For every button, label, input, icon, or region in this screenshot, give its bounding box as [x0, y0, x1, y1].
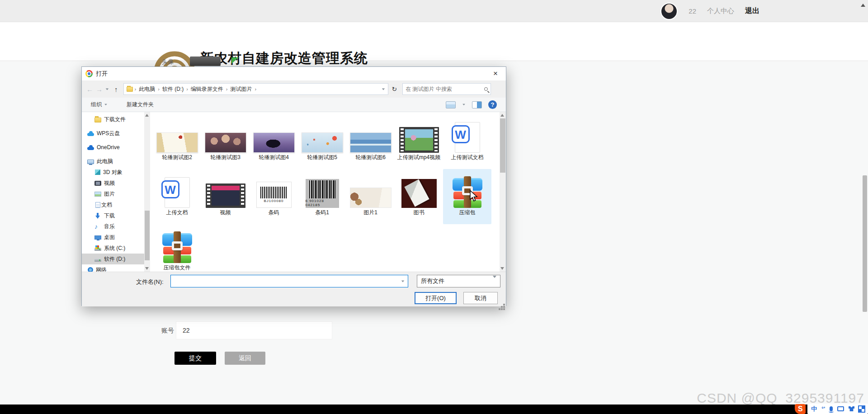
breadcrumb-drive-d[interactable]: 软件 (D:): [161, 85, 184, 93]
breadcrumb[interactable]: › 此电脑 › 软件 (D:) › 编辑录屏文件 › 测试图片 ›: [123, 83, 388, 95]
page-scroll-up-icon[interactable]: [861, 4, 865, 7]
sidebar-item-desktop[interactable]: 桌面: [82, 232, 144, 243]
sidebar-item-pictures[interactable]: 图片: [82, 188, 144, 199]
file-grid-scrollbar[interactable]: [500, 112, 506, 272]
filename-dropdown-icon[interactable]: [398, 280, 408, 282]
filetype-select[interactable]: 所有文件: [417, 275, 500, 287]
resize-grip[interactable]: [503, 304, 505, 306]
breadcrumb-current[interactable]: 测试图片: [230, 85, 253, 93]
page-scrollbar-thumb[interactable]: [863, 175, 867, 312]
network-icon: [88, 267, 93, 272]
file-item[interactable]: W上传文档: [153, 169, 201, 224]
nav-forward-icon[interactable]: →: [96, 85, 103, 93]
sidebar-item-this-pc[interactable]: 此电脑: [82, 156, 144, 167]
search-box[interactable]: [402, 83, 491, 95]
winrar-archive-icon: [161, 231, 193, 263]
file-item[interactable]: BJ100080条码: [250, 169, 298, 224]
dialog-titlebar[interactable]: 打开 ×: [82, 67, 506, 80]
sidebar-scrollbar[interactable]: [144, 112, 150, 272]
sidebar-item-drive-c[interactable]: 系统 (C:): [82, 243, 144, 254]
file-item[interactable]: 压缩包文件: [153, 224, 201, 272]
image-thumbnail: [302, 132, 343, 153]
dialog-navbar: ← → ↑ › 此电脑 › 软件 (D:) › 编辑录屏文件 › 测试图片 › …: [82, 80, 506, 98]
breadcrumb-sep: ›: [226, 86, 228, 92]
scroll-up-icon[interactable]: [500, 114, 504, 117]
sidebar-item-drive-d[interactable]: 软件 (D:): [82, 254, 144, 264]
scroll-up-icon[interactable]: [145, 114, 149, 117]
breadcrumb-folder[interactable]: 编辑录屏文件: [190, 85, 224, 93]
file-item-selected[interactable]: 压缩包: [443, 169, 491, 224]
profile-link[interactable]: 个人中心: [707, 7, 734, 15]
preview-pane-icon[interactable]: [472, 101, 482, 108]
file-item[interactable]: 图书: [395, 169, 443, 224]
filename-input[interactable]: [171, 275, 398, 287]
file-item[interactable]: 轮播测试图5: [298, 114, 346, 169]
breadcrumb-dropdown-icon[interactable]: [382, 88, 384, 90]
sidebar-item-videos[interactable]: 视频: [82, 178, 144, 188]
nav-back-icon[interactable]: ←: [86, 85, 93, 93]
ime-lang-icon[interactable]: 中: [811, 405, 817, 413]
keyboard-icon[interactable]: [837, 406, 844, 411]
cancel-button[interactable]: 取消: [463, 292, 498, 304]
sidebar-item-documents[interactable]: 文档: [82, 199, 144, 210]
sidebar-item-onedrive[interactable]: OneDrive: [82, 142, 144, 153]
new-folder-button[interactable]: 新建文件夹: [127, 101, 154, 108]
scroll-down-icon[interactable]: [500, 267, 504, 270]
file-item[interactable]: 视频: [201, 169, 250, 224]
username: 22: [689, 7, 696, 15]
file-item[interactable]: 轮播测试图2: [153, 114, 201, 169]
nav-up-icon[interactable]: ↑: [114, 85, 118, 93]
view-mode-icon[interactable]: [446, 101, 456, 108]
sidebar-item-network[interactable]: 网络: [82, 264, 144, 272]
sidebar-label: 文档: [101, 201, 112, 209]
logout-link[interactable]: 退出: [745, 6, 760, 16]
folder-icon: [127, 87, 133, 92]
sidebar-label: 音乐: [104, 223, 115, 231]
sogou-logo-icon[interactable]: S: [795, 404, 806, 414]
barcode-number: 6 901028 042185: [306, 199, 339, 207]
ime-punctuation-icon[interactable]: °': [821, 406, 825, 412]
sidebar-item-downloads[interactable]: 下载: [82, 210, 144, 221]
computer-icon: [87, 160, 94, 164]
file-name: 轮播测试图6: [355, 154, 386, 160]
open-button[interactable]: 打开(O): [415, 292, 457, 304]
file-name: 轮播测试图5: [307, 154, 337, 160]
account-input[interactable]: [176, 321, 332, 339]
search-input[interactable]: [406, 86, 484, 92]
submit-button[interactable]: 提交: [175, 352, 216, 365]
sidebar-item-music[interactable]: 音乐: [82, 221, 144, 232]
file-item[interactable]: 轮播测试图3: [201, 114, 250, 169]
view-mode-dropdown-icon[interactable]: [462, 104, 465, 106]
file-name: 压缩包文件: [164, 264, 191, 271]
refresh-icon[interactable]: ↻: [392, 85, 397, 93]
file-item[interactable]: 6 901028 042185条码1: [298, 169, 346, 224]
sidebar-item-3d-objects[interactable]: 3D 对象: [82, 167, 144, 178]
scroll-down-icon[interactable]: [145, 267, 149, 270]
help-icon[interactable]: ?: [488, 100, 497, 109]
file-item[interactable]: 轮播测试图6: [346, 114, 395, 169]
sidebar-label: OneDrive: [97, 144, 120, 151]
file-item[interactable]: 轮播测试图4: [250, 114, 298, 169]
nav-history-dropdown-icon[interactable]: [106, 88, 108, 90]
site-header: 新农村自建房改造管理系统: [0, 22, 868, 61]
ime-toolbar[interactable]: S 中 °': [795, 404, 868, 414]
toolbox-grid-icon[interactable]: [859, 406, 864, 412]
sidebar-item-download-files[interactable]: 下载文件: [82, 114, 144, 125]
user-avatar[interactable]: [660, 3, 678, 20]
sidebar-item-wps-cloud[interactable]: WPS云盘: [82, 128, 144, 139]
skin-icon[interactable]: [849, 406, 854, 411]
file-item[interactable]: W上传测试文档: [443, 114, 491, 169]
breadcrumb-this-pc[interactable]: 此电脑: [138, 85, 156, 93]
dialog-sidebar: 下载文件 WPS云盘 OneDrive 此电脑 3D 对象 视频 图片 文档 下…: [82, 112, 144, 272]
organize-button[interactable]: 组织: [91, 101, 108, 108]
file-item[interactable]: 上传测试mp4视频: [395, 114, 443, 169]
mouse-cursor-icon: [469, 190, 478, 202]
sidebar-label: 系统 (C:): [104, 245, 125, 252]
document-icon: [95, 202, 100, 208]
file-name: 轮播测试图3: [210, 154, 241, 160]
back-button[interactable]: 返回: [225, 352, 265, 365]
microphone-icon[interactable]: [830, 406, 833, 411]
doc-thumbnail: W: [165, 177, 190, 208]
close-icon[interactable]: ×: [489, 67, 502, 80]
file-item[interactable]: 图片1: [346, 169, 395, 224]
